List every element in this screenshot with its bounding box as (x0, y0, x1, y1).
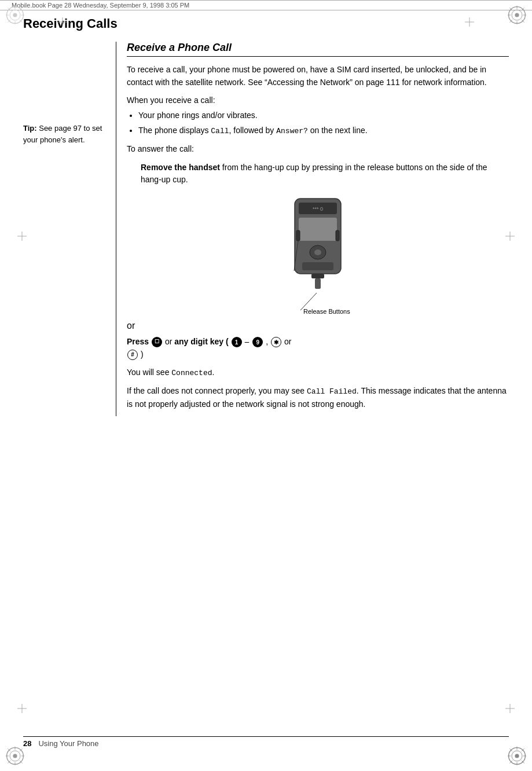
bullet2-suffix: on the next line. (308, 126, 368, 135)
phone-illustration: *** 0 (266, 196, 370, 316)
right-column: Receive a Phone Call To receive a call, … (116, 42, 509, 416)
press-label: Press (127, 337, 149, 346)
svg-rect-65 (311, 274, 324, 278)
bullet-vibrates: Your phone rings and/or vibrates. (138, 109, 509, 122)
svg-point-13 (515, 13, 519, 17)
svg-point-61 (314, 249, 321, 255)
section-heading: Receive a Phone Call (127, 42, 509, 57)
corner-decoration-tl (5, 5, 25, 25)
comma-separator: , (266, 337, 270, 346)
tip-box: Tip: See page 97 to set your phone's ale… (23, 123, 110, 145)
corner-decoration-tr (507, 5, 527, 25)
footer-text: Using Your Phone (38, 739, 98, 748)
svg-rect-64 (302, 262, 333, 270)
tip-label: Tip: (23, 124, 37, 133)
crosshair-top-left (58, 17, 67, 27)
crosshair-bottom-left (17, 704, 27, 713)
receive-bullet-list: Your phone rings and/or vibrates. The ph… (138, 109, 509, 137)
digit-1-key-icon: 1 (232, 337, 242, 347)
any-digit-key-label: any digit key ( (174, 337, 228, 346)
close-paren: ) (141, 350, 144, 359)
connected-suffix: . (212, 368, 215, 377)
remove-handset-bold: Remove the handset (141, 163, 220, 172)
svg-rect-63 (336, 230, 339, 241)
press-or-text: or (165, 337, 174, 346)
or-suffix: or (284, 337, 291, 346)
left-column: Tip: See page 97 to set your phone's ale… (23, 42, 116, 416)
star-key-icon: ✱ (271, 337, 281, 347)
crosshair-top-right (465, 17, 474, 27)
intro-paragraph: To receive a call, your phone must be po… (127, 64, 509, 89)
intro-text: To receive a call, your phone must be po… (127, 65, 487, 87)
chapter-title: Receiving Calls (23, 16, 509, 31)
bullet2-mid: , followed by (229, 126, 277, 135)
corner-decoration-br (507, 746, 527, 766)
or-text: or (127, 321, 509, 331)
call-failed-section: If the call does not connect properly, y… (127, 385, 509, 410)
corner-decoration-bl (5, 746, 25, 766)
answer-section: To answer the call: (127, 143, 509, 156)
header-bar: Mobile.book Page 28 Wednesday, September… (0, 0, 532, 10)
hash-key-icon: # (127, 350, 138, 360)
release-buttons-annotation: Release Buttons (266, 287, 370, 316)
digit-9-key-icon: 9 (252, 337, 263, 347)
bullet2-prefix: The phone displays (138, 126, 211, 135)
page-footer: 28 Using Your Phone (23, 736, 509, 748)
call-failed-word: Call Failed (307, 387, 357, 396)
remove-handset-section: Remove the handset from the hang-up cup … (141, 161, 509, 186)
connected-word: Connected (171, 369, 212, 377)
when-receive-heading: When you receive a call: (127, 96, 215, 105)
send-key-icon: ☐ (152, 337, 162, 347)
svg-point-24 (13, 754, 17, 758)
press-instruction: Press ☐ or any digit key ( 1 ‒ 9 , ✱ or … (127, 336, 509, 361)
bullet2-call: Call (211, 127, 229, 135)
content-layout: Tip: See page 97 to set your phone's ale… (23, 42, 509, 416)
phone-svg: *** 0 (286, 196, 350, 291)
phone-image-container: *** 0 (127, 196, 509, 316)
release-label: Release Buttons (303, 308, 350, 315)
crosshair-mid-right (505, 232, 515, 241)
svg-point-2 (13, 13, 17, 17)
call-failed-prefix: If the call does not connect properly, y… (127, 386, 307, 395)
footer-page-number: 28 (23, 739, 31, 748)
answer-heading: To answer the call: (127, 144, 194, 153)
connected-prefix: You will see (127, 368, 171, 377)
bullet2-answer: Answer? (276, 127, 308, 135)
svg-point-35 (515, 754, 519, 758)
header-text: Mobile.book Page 28 Wednesday, September… (12, 2, 189, 9)
crosshair-bottom-right (505, 704, 515, 713)
connected-section: You will see Connected. (127, 366, 509, 379)
bullet-display: The phone displays Call, followed by Ans… (138, 124, 509, 137)
svg-text:*** 0: *** 0 (313, 206, 323, 212)
svg-rect-59 (299, 218, 337, 241)
page-content: Receiving Calls Tip: See page 97 to set … (0, 16, 532, 416)
when-receive-section: When you receive a call: Your phone ring… (127, 94, 509, 137)
hyphen-1: ‒ (244, 337, 250, 346)
crosshair-mid-left (17, 232, 27, 241)
